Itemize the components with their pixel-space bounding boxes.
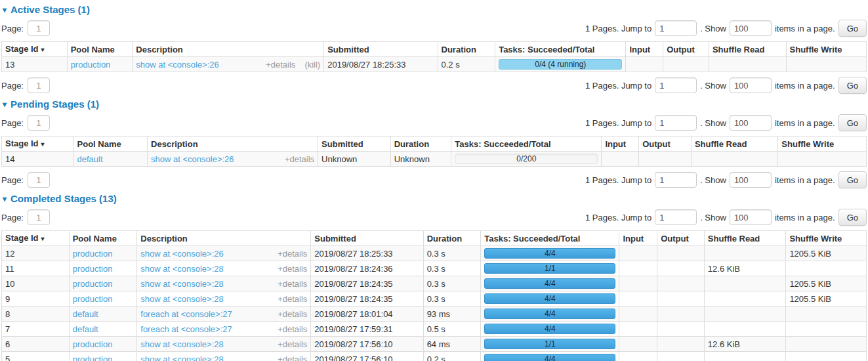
page-number-input[interactable] — [28, 115, 50, 131]
column-header-description[interactable]: Description — [133, 42, 324, 57]
details-toggle[interactable]: +details — [278, 279, 307, 289]
column-header-output[interactable]: Output — [657, 231, 705, 246]
go-button[interactable]: Go — [838, 20, 867, 37]
details-toggle[interactable]: +details — [278, 294, 307, 304]
description-link[interactable]: show at <console>:26 — [140, 249, 223, 259]
pool-name-link[interactable]: production — [73, 279, 113, 289]
column-header-shuffle_write[interactable]: Shuffle Write — [778, 137, 867, 152]
pool-name-link[interactable]: production — [73, 249, 113, 259]
column-header-label: Shuffle Read — [708, 234, 760, 244]
description-link[interactable]: show at <console>:28 — [140, 339, 223, 349]
description-link[interactable]: show at <console>:26 — [136, 60, 218, 70]
description-link[interactable]: show at <console>:26 — [151, 154, 234, 164]
column-header-output[interactable]: Output — [663, 42, 709, 57]
pool-name-cell: production — [69, 276, 137, 291]
show-items-input[interactable] — [730, 115, 772, 131]
submitted-value: 2019/08/27 18:24:35 — [314, 294, 392, 304]
jump-to-input[interactable] — [655, 209, 697, 225]
go-button[interactable]: Go — [838, 114, 867, 131]
column-header-pool[interactable]: Pool Name — [73, 137, 148, 152]
section-heading-completed[interactable]: ▾Completed Stages (13) — [3, 193, 865, 204]
page-number-input[interactable] — [28, 209, 50, 225]
duration-value: 0.3 s — [427, 279, 445, 289]
details-toggle[interactable]: +details — [278, 354, 307, 361]
section-heading-pending[interactable]: ▾Pending Stages (1) — [3, 98, 865, 110]
column-header-tasks[interactable]: Tasks: Succeeded/Total — [495, 42, 626, 57]
show-items-input[interactable] — [730, 20, 772, 36]
collapse-arrow-icon: ▾ — [3, 195, 7, 203]
output-cell — [657, 322, 705, 337]
description-link[interactable]: show at <console>:28 — [140, 264, 223, 274]
jump-to-input[interactable] — [655, 115, 697, 131]
pool-name-link[interactable]: production — [71, 60, 111, 70]
show-items-input[interactable] — [730, 77, 772, 93]
details-toggle[interactable]: +details — [278, 324, 307, 334]
pool-name-link[interactable]: production — [73, 264, 113, 274]
show-items-input[interactable] — [730, 172, 772, 188]
column-header-output[interactable]: Output — [639, 137, 692, 152]
section-heading-active[interactable]: ▾Active Stages (1) — [3, 4, 865, 15]
pool-name-link[interactable]: production — [73, 294, 113, 304]
page-number-input[interactable] — [28, 77, 50, 93]
column-header-submitted[interactable]: Submitted — [311, 231, 423, 246]
jump-to-input[interactable] — [655, 20, 697, 36]
pool-name-link[interactable]: production — [73, 339, 113, 349]
details-toggle[interactable]: +details — [266, 60, 295, 70]
go-button[interactable]: Go — [838, 77, 867, 94]
column-header-stage_id[interactable]: Stage Id▾ — [2, 137, 74, 152]
shuffle-write-value: 1205.5 KiB — [789, 249, 831, 259]
input-cell — [619, 352, 657, 361]
table-row: 12production+detailsshow at <console>:26… — [2, 246, 867, 261]
jump-to-input[interactable] — [655, 172, 697, 188]
input-cell — [619, 322, 657, 337]
submitted-value: 2019/08/27 17:56:10 — [314, 354, 392, 361]
page-number-input[interactable] — [28, 172, 50, 188]
column-header-duration[interactable]: Duration — [438, 42, 495, 57]
details-toggle[interactable]: +details — [278, 339, 307, 349]
column-header-input[interactable]: Input — [626, 42, 663, 57]
description-extras: +details — [278, 279, 307, 289]
details-toggle[interactable]: +details — [278, 264, 307, 274]
column-header-description[interactable]: Description — [137, 231, 311, 246]
column-header-duration[interactable]: Duration — [423, 231, 481, 246]
description-link[interactable]: foreach at <console>:27 — [140, 309, 232, 319]
jump-to-input[interactable] — [655, 77, 697, 93]
column-header-shuffle_read[interactable]: Shuffle Read — [691, 137, 777, 152]
column-header-stage_id[interactable]: Stage Id▾ — [2, 231, 70, 246]
column-header-stage_id[interactable]: Stage Id▾ — [2, 42, 68, 57]
column-header-pool[interactable]: Pool Name — [69, 231, 137, 246]
description-link[interactable]: show at <console>:28 — [140, 354, 223, 361]
details-toggle[interactable]: +details — [278, 309, 307, 319]
column-header-duration[interactable]: Duration — [390, 137, 451, 152]
items-in-page-label: items in a page. — [775, 24, 835, 33]
go-button[interactable]: Go — [838, 209, 867, 226]
stages-page: ▾Active Stages (1)Page:1 Pages. Jump to.… — [1, 4, 867, 361]
page-number-input[interactable] — [28, 20, 50, 36]
column-header-tasks[interactable]: Tasks: Succeeded/Total — [451, 137, 602, 152]
kill-link[interactable]: (kill) — [304, 60, 320, 70]
description-link[interactable]: show at <console>:28 — [140, 294, 223, 304]
pool-name-link[interactable]: default — [77, 154, 103, 164]
shuffle-read-value: 12.6 KiB — [708, 339, 740, 349]
column-header-description[interactable]: Description — [148, 137, 318, 152]
details-toggle[interactable]: +details — [285, 154, 314, 164]
go-button[interactable]: Go — [838, 171, 867, 188]
description-link[interactable]: show at <console>:28 — [140, 279, 223, 289]
pool-name-link[interactable]: default — [73, 309, 98, 319]
column-header-shuffle_write[interactable]: Shuffle Write — [786, 231, 867, 246]
column-header-shuffle_read[interactable]: Shuffle Read — [709, 42, 786, 57]
column-header-input[interactable]: Input — [602, 137, 639, 152]
column-header-shuffle_write[interactable]: Shuffle Write — [786, 42, 866, 57]
pool-name-link[interactable]: default — [73, 324, 98, 334]
description-link[interactable]: foreach at <console>:27 — [140, 324, 232, 334]
pool-name-link[interactable]: production — [73, 354, 113, 361]
column-header-tasks[interactable]: Tasks: Succeeded/Total — [481, 231, 619, 246]
column-header-label: Submitted — [314, 234, 356, 244]
column-header-submitted[interactable]: Submitted — [324, 42, 438, 57]
column-header-shuffle_read[interactable]: Shuffle Read — [704, 231, 786, 246]
column-header-input[interactable]: Input — [619, 231, 657, 246]
details-toggle[interactable]: +details — [278, 249, 307, 259]
show-items-input[interactable] — [730, 209, 772, 225]
column-header-pool[interactable]: Pool Name — [67, 42, 133, 57]
column-header-submitted[interactable]: Submitted — [318, 137, 391, 152]
